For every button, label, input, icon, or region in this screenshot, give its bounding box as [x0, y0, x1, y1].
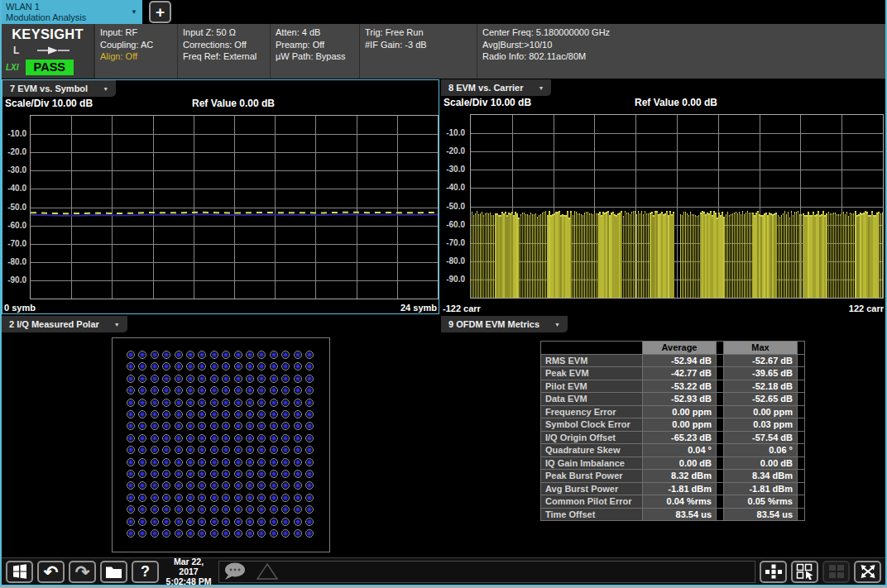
constellation-point	[151, 351, 159, 359]
constellation-point	[222, 529, 230, 538]
constellation-plot[interactable]	[112, 337, 330, 552]
table-row: Peak Burst Power8.32 dBm8.34 dBm	[541, 470, 805, 483]
constellation-point	[151, 458, 159, 466]
panel-title-dropdown-evm-symbol[interactable]: 7 EVM vs. Symbol ▼	[2, 80, 116, 97]
spacer-cell	[717, 482, 724, 495]
panel-title-dropdown-iq-polar[interactable]: 2 I/Q Measured Polar ▼	[2, 316, 127, 332]
message-bubble-button[interactable]	[223, 562, 249, 581]
y-tick-label: -30.0	[7, 165, 26, 174]
constellation-point	[270, 505, 278, 514]
constellation-point	[127, 375, 135, 383]
metric-max-value: -57.54 dB	[724, 431, 798, 444]
constellation-point	[138, 470, 146, 478]
metric-average-value: 8.32 dBm	[643, 470, 717, 483]
constellation-point	[186, 505, 194, 514]
constellation-point	[138, 351, 146, 359]
constellation-point	[127, 386, 135, 394]
constellation-point	[210, 458, 218, 466]
constellation-point	[257, 410, 266, 418]
constellation-point	[127, 351, 135, 359]
constellation-point	[281, 481, 290, 490]
constellation-point	[186, 446, 194, 454]
file-folder-button[interactable]	[100, 561, 127, 583]
fullscreen-button[interactable]	[854, 561, 881, 583]
constellation-point	[257, 422, 266, 430]
constellation-point	[138, 399, 146, 407]
pass-status-badge: PASS	[26, 60, 74, 75]
constellation-point	[151, 494, 159, 502]
x-axis-min-label: 0 symb	[4, 303, 36, 313]
constellation-point	[222, 422, 230, 430]
metric-label: Frequency Error	[541, 405, 643, 418]
constellation-point	[294, 399, 302, 407]
constellation-point	[198, 518, 206, 526]
metric-max-value: 0.03 ppm	[724, 418, 798, 432]
panel-title: 2 I/Q Measured Polar	[9, 319, 99, 329]
constellation-point	[281, 410, 290, 418]
constellation-point	[246, 481, 254, 490]
header-field: Coupling: AC	[100, 39, 177, 51]
constellation-point	[210, 351, 218, 359]
constellation-point	[294, 458, 302, 466]
window-select-button[interactable]	[791, 561, 818, 583]
constellation-point	[270, 410, 278, 418]
constellation-point	[138, 505, 146, 514]
constellation-point	[270, 494, 278, 502]
constellation-point	[127, 481, 135, 490]
panel-title: 9 OFDM EVM Metrics	[448, 319, 539, 329]
constellation-point	[138, 529, 146, 538]
constellation-point	[186, 458, 194, 466]
undo-button[interactable]: ↶	[37, 561, 65, 583]
add-measurement-button[interactable]: +	[149, 1, 171, 23]
datetime-display[interactable]: Mar 22, 2017 5:02:48 PM	[163, 557, 214, 586]
metric-label: Data EVM	[541, 393, 643, 406]
constellation-point	[186, 410, 194, 418]
constellation-point	[257, 518, 266, 526]
spacer-cell	[717, 457, 724, 470]
constellation-point	[246, 529, 254, 538]
constellation-point	[162, 386, 170, 394]
constellation-point	[305, 422, 314, 430]
constellation-point	[222, 494, 230, 502]
metric-max-value: 0.00 dB	[724, 457, 798, 470]
constellation-point	[210, 434, 218, 442]
system-menu-button[interactable]	[6, 561, 33, 583]
metric-max-value: 83.54 us	[724, 508, 798, 521]
table-row: Peak EVM-42.77 dB-39.65 dB	[541, 367, 805, 380]
spacer-cell	[717, 405, 724, 418]
constellation-point	[186, 529, 194, 538]
constellation-point	[210, 505, 218, 514]
spacer-cell	[798, 508, 805, 521]
panel-title-dropdown-evm-carrier[interactable]: 8 EVM vs. Carrier ▼	[441, 79, 551, 96]
constellation-point	[222, 399, 230, 407]
constellation-point	[175, 399, 183, 407]
y-tick-label: -90.0	[7, 275, 26, 284]
metric-max-value: 8.34 dBm	[724, 470, 798, 483]
constellation-point	[127, 470, 135, 478]
y-tick-label: -20.0	[446, 146, 465, 155]
measurement-tab[interactable]: WLAN 1 Modulation Analysis ▼	[2, 0, 142, 24]
constellation-point	[294, 351, 302, 359]
window-layout-button[interactable]	[760, 561, 787, 583]
help-button[interactable]: ?	[132, 561, 159, 583]
constellation-point	[246, 494, 254, 502]
constellation-point	[210, 386, 218, 394]
constellation-point	[127, 505, 135, 514]
metric-max-value: 0.06 °	[724, 444, 798, 457]
evm-symbol-plot[interactable]	[30, 115, 439, 299]
redo-button[interactable]: ↷	[69, 561, 96, 583]
constellation-point	[127, 362, 135, 370]
header-column: Center Freq: 5.180000000 GHzAvg|Burst:>1…	[477, 24, 885, 79]
constellation-point	[162, 399, 170, 407]
evm-carrier-plot[interactable]	[470, 114, 884, 299]
constellation-point	[270, 481, 278, 490]
constellation-point	[305, 470, 314, 478]
constellation-point	[270, 518, 278, 526]
constellation-point	[270, 422, 278, 430]
constellation-point	[175, 422, 183, 430]
triangle-indicator-icon	[256, 562, 279, 581]
panel-title-dropdown-metrics[interactable]: 9 OFDM EVM Metrics ▼	[441, 316, 568, 332]
chevron-down-icon: ▼	[131, 8, 137, 16]
carrier-bar	[673, 212, 674, 298]
spacer-cell	[798, 393, 805, 406]
